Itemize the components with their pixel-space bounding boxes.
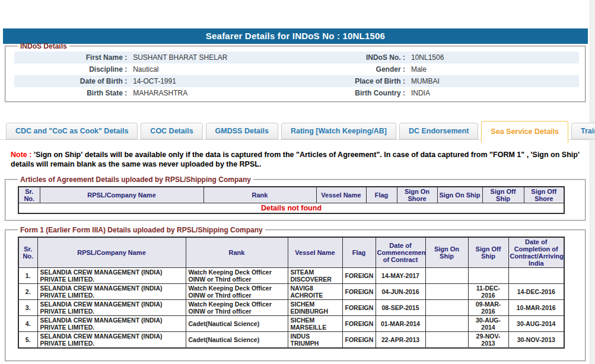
column-header: Sign On Ship: [425, 237, 468, 268]
field-label: Place of Birth :: [301, 75, 409, 87]
tab-coc-details[interactable]: COC Details: [141, 123, 202, 139]
cell-sign-on-ship: [425, 268, 468, 284]
field-label: Birth State :: [14, 87, 131, 99]
cell-rank: Watch Keeping Deck Officer OINW or Third…: [186, 268, 288, 284]
cell-completion-date: 30-NOV-2013: [508, 332, 564, 349]
column-header: Sr. No.: [18, 187, 40, 203]
column-header: Flag: [342, 237, 376, 268]
cell-vessel: NAVIG8 ACHROITE: [288, 284, 342, 300]
cell-completion-date: [508, 268, 564, 284]
cell-vessel: INDUS TRIUMPH: [288, 332, 342, 349]
cell-flag: FOREIGN: [342, 268, 376, 284]
cell-sign-on-ship: [425, 316, 468, 332]
field-value: MAHARASHTRA: [131, 87, 301, 99]
field-label: Birth Country :: [301, 87, 409, 99]
field-value: INDIA: [409, 87, 579, 99]
cell-sr-no: 4.: [18, 316, 37, 332]
cell-commencement-date: 22-APR-2013: [376, 332, 425, 349]
empty-result-row: Details not found: [18, 203, 564, 213]
column-header: Rank: [186, 237, 288, 268]
indos-details-table: First Name : SUSHANT BHARAT SHELAR INDoS…: [14, 52, 579, 99]
column-header: RPSL/Company Name: [37, 237, 186, 268]
field-value: 10NL1506: [409, 52, 579, 63]
field-label: First Name :: [14, 52, 131, 63]
table-row: Birth State : MAHARASHTRA Birth Country …: [14, 87, 579, 99]
details-not-found-message: Details not found: [18, 203, 564, 213]
table-header-row: Sr. No. RPSL/Company Name Rank Vessel Na…: [18, 237, 564, 268]
cell-company: SELANDIA CREW MANAGEMENT (INDIA) PRIVATE…: [37, 316, 186, 332]
cell-rank: Cadet(Nautical Science): [186, 316, 288, 332]
cell-sr-no: 5.: [18, 332, 37, 349]
form1-section: Form 1 (Earlier Form IIIA) Details uploa…: [5, 226, 586, 362]
table-row: 1. SELANDIA CREW MANAGEMENT (INDIA) PRIV…: [18, 268, 564, 284]
tab-rating-watch-keeping-ab[interactable]: Rating [Watch Keeping/AB]: [281, 123, 396, 139]
column-header: Sign On Shore: [397, 187, 437, 203]
cell-rank: Watch Keeping Deck Officer OINW or Third…: [186, 300, 288, 316]
note-body: 'Sign on Ship' details will be available…: [11, 151, 580, 168]
column-header: Sign Off Shore: [524, 187, 564, 203]
column-header: Vessel Name: [288, 237, 342, 268]
tab-gmdss-details[interactable]: GMDSS Details: [206, 123, 278, 139]
field-label: Gender :: [301, 63, 409, 75]
field-label: Date of Birth :: [14, 75, 131, 87]
cell-rank: Cadet(Nautical Science): [186, 332, 288, 349]
tab-training-details[interactable]: Training Details: [571, 123, 595, 139]
note-text: Note : 'Sign on Ship' details will be av…: [11, 150, 587, 169]
cell-sign-on-ship: [425, 284, 468, 300]
field-value: 14-OCT-1991: [131, 75, 301, 87]
cell-commencement-date: 04-JUN-2016: [376, 284, 425, 300]
cell-completion-date: 10-MAR-2016: [508, 300, 564, 316]
tab-cdc-coc-as-cook-details[interactable]: CDC and "CoC as Cook" Details: [6, 123, 138, 139]
cell-company: SELANDIA CREW MANAGEMENT (INDIA) PRIVATE…: [37, 284, 186, 300]
cell-company: SELANDIA CREW MANAGEMENT (INDIA) PRIVATE…: [37, 332, 186, 349]
cell-sign-off-ship: 09-MAR-2016: [468, 300, 508, 316]
column-header: Vessel Name: [316, 187, 366, 203]
column-header: Sign On Ship: [437, 187, 482, 203]
form1-legend: Form 1 (Earlier Form IIIA) Details uploa…: [18, 226, 265, 234]
table-row: Date of Birth : 14-OCT-1991 Place of Bir…: [14, 75, 579, 87]
cell-sign-off-ship: 30-AUG-2014: [468, 316, 508, 332]
cell-commencement-date: 01-MAR-2014: [376, 316, 425, 332]
vertical-scrollbar[interactable]: [590, 0, 595, 364]
table-row: 3. SELANDIA CREW MANAGEMENT (INDIA) PRIV…: [18, 300, 564, 316]
cell-vessel: SICHEM MARSEILLE: [288, 316, 342, 332]
tab-sea-service-details[interactable]: Sea Service Details: [481, 121, 568, 143]
cell-sign-off-ship: 29-NOV-2013: [468, 332, 508, 349]
cell-sr-no: 2.: [18, 284, 37, 300]
cell-sign-on-ship: [425, 300, 468, 316]
cell-commencement-date: 14-MAY-2017: [376, 268, 425, 284]
cell-sr-no: 3.: [18, 300, 37, 316]
cell-completion-date: 30-AUG-2014: [508, 316, 564, 332]
column-header: Date of Completion of Contract/Arriving …: [508, 237, 564, 268]
cell-sign-off-ship: 11-DEC-2016: [468, 284, 508, 300]
tab-bar: CDC and "CoC as Cook" Details COC Detail…: [6, 121, 595, 143]
column-header: Sign Off Ship: [482, 187, 524, 203]
field-value: Nautical: [131, 63, 301, 75]
cell-flag: FOREIGN: [342, 284, 376, 300]
field-label: Discipline :: [14, 63, 131, 75]
column-header: RPSL/Company Name: [40, 187, 203, 203]
cell-flag: FOREIGN: [342, 300, 376, 316]
cell-flag: FOREIGN: [342, 316, 376, 332]
field-label: INDoS No. :: [301, 52, 409, 63]
cell-sr-no: 1.: [18, 268, 37, 284]
column-header: Flag: [366, 187, 397, 203]
column-header: Sr. No.: [18, 237, 37, 268]
cell-company: SELANDIA CREW MANAGEMENT (INDIA) PRIVATE…: [37, 268, 186, 284]
table-header-row: Sr. No. RPSL/Company Name Rank Vessel Na…: [18, 187, 564, 203]
articles-of-agreement-section: Articles of Agreement Details uploaded b…: [5, 175, 586, 221]
field-value: Male: [409, 63, 579, 75]
table-row: 5. SELANDIA CREW MANAGEMENT (INDIA) PRIV…: [18, 332, 564, 349]
column-header: Date of Commencement of Contract: [376, 237, 425, 268]
table-row: 2. SELANDIA CREW MANAGEMENT (INDIA) PRIV…: [18, 284, 564, 300]
cell-vessel: SITEAM DISCOVERER: [288, 268, 342, 284]
cell-sign-off-ship: [468, 268, 508, 284]
note-prefix: Note :: [11, 151, 31, 159]
table-row: First Name : SUSHANT BHARAT SHELAR INDoS…: [14, 52, 579, 63]
tab-dc-endorsement[interactable]: DC Endorsement: [399, 123, 478, 139]
field-value: SUSHANT BHARAT SHELAR: [131, 52, 301, 63]
cell-vessel: SICHEM EDINBURGH: [288, 300, 342, 316]
cell-company: SELANDIA CREW MANAGEMENT (INDIA) PRIVATE…: [37, 300, 186, 316]
table-row: 4. SELANDIA CREW MANAGEMENT (INDIA) PRIV…: [18, 316, 564, 332]
indos-details-section: INDoS Details First Name : SUSHANT BHARA…: [5, 42, 586, 103]
